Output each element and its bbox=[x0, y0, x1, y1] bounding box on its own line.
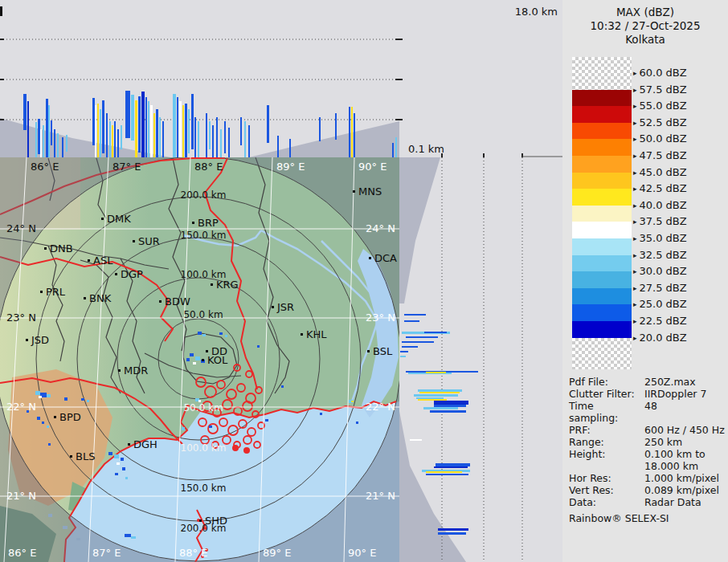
echo-profile-bar bbox=[335, 113, 337, 140]
city-marker-PRL bbox=[40, 291, 43, 293]
radar-echo bbox=[225, 335, 227, 337]
latitude-label: 21° N bbox=[366, 490, 395, 502]
scale-tick-marker-icon: ▸ bbox=[633, 334, 637, 342]
product-title: MAX (dBZ) 10:32 / 27-Oct-2025 Kolkata bbox=[562, 6, 728, 47]
scale-band bbox=[572, 173, 632, 189]
range-ring-label: 50.0 km bbox=[183, 309, 223, 320]
scale-tick-label: ▸57.5 dBZ bbox=[633, 83, 687, 96]
echo-profile-bar bbox=[410, 439, 422, 441]
radar-map-panel[interactable]: 86° E86° E87° E87° E88° E88° E89° E89° E… bbox=[0, 157, 399, 562]
scale-tick-marker-icon: ▸ bbox=[633, 135, 637, 143]
scale-band bbox=[572, 271, 632, 288]
radar-echo bbox=[108, 452, 112, 455]
scale-tick-label: ▸22.5 dBZ bbox=[633, 315, 687, 327]
city-label-DGH: DGH bbox=[133, 438, 157, 450]
scale-tick-marker-icon: ▸ bbox=[633, 202, 637, 210]
longitude-label: 86° E bbox=[31, 161, 59, 173]
city-marker-JSD bbox=[26, 339, 28, 341]
scale-tick-marker-icon: ▸ bbox=[633, 251, 637, 259]
echo-profile-bar bbox=[153, 113, 155, 157]
longitude-label: 87° E bbox=[112, 161, 141, 173]
echo-profile-bar bbox=[206, 113, 207, 157]
radar-echo bbox=[257, 345, 260, 348]
echo-profile-bar bbox=[351, 107, 353, 157]
range-ring-label: 150.0 km bbox=[181, 483, 227, 494]
city-label-BNK: BNK bbox=[89, 292, 112, 304]
scale-tick-label: ▸40.0 dBZ bbox=[633, 199, 687, 211]
meta-row: Height:0.100 km to 18.000 km bbox=[569, 448, 725, 472]
scale-tick-label: ▸27.5 dBZ bbox=[633, 282, 687, 294]
radar-echo bbox=[195, 356, 200, 360]
radar-application-window: 18.0 km 0.1 km 86° E86° E87° E87° E88° E… bbox=[0, 0, 728, 562]
scale-tick-marker-icon: ▸ bbox=[633, 119, 637, 127]
echo-profile-bar bbox=[117, 129, 119, 157]
scale-tick-label: ▸20.0 dBZ bbox=[633, 332, 687, 344]
echo-profile-bar bbox=[145, 97, 147, 157]
echo-profile-bar bbox=[354, 113, 355, 157]
echo-profile-bar bbox=[185, 104, 187, 157]
city-label-KOL: KOL bbox=[207, 354, 228, 366]
scale-tick-marker-icon: ▸ bbox=[633, 267, 637, 275]
meta-row: Data:Radar Data bbox=[569, 496, 725, 508]
meta-row: Clutter Filter:IIRDoppler 7 bbox=[569, 388, 725, 400]
echo-profile-bar bbox=[23, 94, 27, 130]
scale-tick-label: ▸32.5 dBZ bbox=[633, 249, 687, 261]
echo-profile-bar bbox=[404, 320, 419, 322]
echo-profile-bar bbox=[392, 143, 394, 157]
meta-label: Range: bbox=[569, 436, 644, 448]
scale-tick-marker-icon: ▸ bbox=[633, 218, 637, 226]
echo-profile-bar bbox=[188, 109, 190, 153]
echo-profile-bar bbox=[159, 117, 161, 157]
radar-echo bbox=[47, 394, 51, 397]
scale-tick-marker-icon: ▸ bbox=[633, 234, 637, 242]
top-height-profile-panel[interactable] bbox=[0, 0, 399, 157]
scale-band bbox=[572, 255, 632, 272]
meta-label: PRF: bbox=[569, 424, 644, 436]
echo-profile-bar bbox=[349, 107, 350, 157]
echo-profile-bar bbox=[423, 407, 458, 409]
scale-tick-label: ▸60.0 dBZ bbox=[633, 67, 687, 79]
echo-profile-bar bbox=[434, 466, 468, 468]
longitude-label: 90° E bbox=[348, 547, 376, 559]
scale-band bbox=[572, 57, 632, 90]
radar-echo bbox=[39, 396, 42, 398]
echo-profile-bar bbox=[424, 332, 447, 333]
range-ring-label: 100.0 km bbox=[181, 442, 227, 454]
city-label-PRL: PRL bbox=[46, 286, 66, 298]
scale-tick-marker-icon: ▸ bbox=[633, 317, 637, 325]
echo-profile-bar bbox=[400, 356, 406, 357]
scale-band bbox=[572, 90, 632, 107]
range-ring-label: 50.0 km bbox=[183, 402, 223, 413]
scale-band bbox=[572, 304, 632, 321]
product-name: MAX (dBZ) bbox=[562, 6, 728, 19]
city-label-DGP: DGP bbox=[121, 268, 143, 280]
echo-profile-bar bbox=[43, 125, 44, 157]
city-marker-SHD bbox=[199, 519, 202, 522]
radar-echo bbox=[186, 358, 190, 361]
city-marker-BNK bbox=[84, 297, 86, 299]
meta-value: Radar Data bbox=[644, 496, 725, 508]
echo-profile-bar bbox=[173, 94, 176, 157]
echo-profile-bar bbox=[27, 101, 29, 157]
echo-profile-bar bbox=[244, 121, 246, 157]
echo-profile-bar bbox=[191, 94, 194, 149]
meta-value: 48 bbox=[644, 400, 725, 424]
echo-profile-bar bbox=[228, 128, 230, 157]
meta-label: Time sampling: bbox=[569, 400, 644, 424]
radar-echo bbox=[121, 458, 124, 461]
city-marker-DD bbox=[206, 350, 208, 352]
product-metadata: Pdf File:250Z.maxClutter Filter:IIRDoppl… bbox=[569, 376, 725, 524]
meta-value: 0.089 km/pixel bbox=[644, 484, 725, 496]
scale-tick-label: ▸52.5 dBZ bbox=[633, 116, 687, 128]
echo-profile-bar bbox=[224, 121, 226, 153]
echo-profile-bar bbox=[92, 98, 95, 145]
scale-band bbox=[572, 139, 632, 156]
city-label-DCA: DCA bbox=[374, 252, 397, 264]
radar-map: 86° E86° E87° E87° E88° E88° E89° E89° E… bbox=[0, 157, 399, 562]
echo-profile-bar bbox=[177, 97, 178, 157]
scale-tick-marker-icon: ▸ bbox=[633, 86, 637, 94]
meta-label: Pdf File: bbox=[569, 376, 644, 388]
meta-label: Data: bbox=[569, 496, 644, 508]
radar-echo bbox=[198, 332, 202, 335]
side-height-profile-panel[interactable] bbox=[399, 157, 562, 562]
